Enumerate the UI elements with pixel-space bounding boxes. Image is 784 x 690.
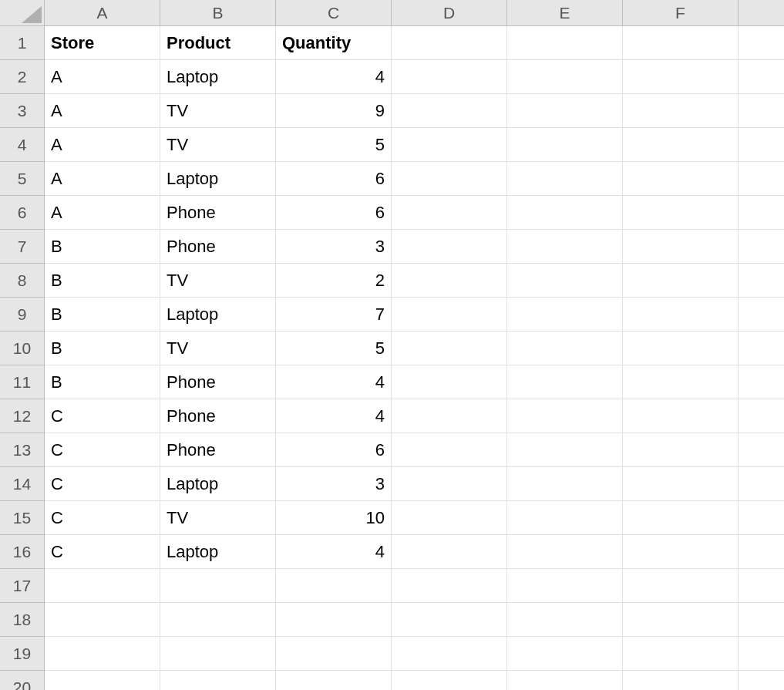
- cell-A8[interactable]: B: [45, 264, 160, 298]
- cell-A5[interactable]: A: [45, 162, 160, 196]
- cell-C16[interactable]: 4: [276, 535, 392, 569]
- cell-D5[interactable]: [392, 162, 507, 196]
- cell-9[interactable]: [739, 298, 784, 332]
- cell-F1[interactable]: [623, 26, 739, 60]
- cell-E20[interactable]: [507, 671, 623, 690]
- cell-E2[interactable]: [507, 60, 623, 94]
- row-header-8[interactable]: 8: [0, 264, 45, 298]
- cell-A4[interactable]: A: [45, 128, 160, 162]
- row-header-15[interactable]: 15: [0, 501, 45, 535]
- cell-D8[interactable]: [392, 264, 507, 298]
- cell-C12[interactable]: 4: [276, 399, 392, 433]
- cell-C13[interactable]: 6: [276, 433, 392, 467]
- row-header-12[interactable]: 12: [0, 399, 45, 433]
- cell-F3[interactable]: [623, 94, 739, 128]
- cell-A13[interactable]: C: [45, 433, 160, 467]
- cell-F13[interactable]: [623, 433, 739, 467]
- row-header-16[interactable]: 16: [0, 535, 45, 569]
- cell-B12[interactable]: Phone: [160, 399, 276, 433]
- cell-D12[interactable]: [392, 399, 507, 433]
- cell-B17[interactable]: [160, 569, 276, 603]
- cell-C7[interactable]: 3: [276, 230, 392, 264]
- cell-A17[interactable]: [45, 569, 160, 603]
- cell-C10[interactable]: 5: [276, 332, 392, 365]
- cell-D1[interactable]: [392, 26, 507, 60]
- row-header-11[interactable]: 11: [0, 365, 45, 399]
- cell-E13[interactable]: [507, 433, 623, 467]
- cell-B16[interactable]: Laptop: [160, 535, 276, 569]
- cell-B19[interactable]: [160, 637, 276, 671]
- cell-D17[interactable]: [392, 569, 507, 603]
- cell-13[interactable]: [739, 433, 784, 467]
- cell-C18[interactable]: [276, 603, 392, 637]
- cell-E10[interactable]: [507, 332, 623, 365]
- cell-8[interactable]: [739, 264, 784, 298]
- cell-B10[interactable]: TV: [160, 332, 276, 365]
- cell-C4[interactable]: 5: [276, 128, 392, 162]
- select-all-corner[interactable]: [0, 0, 45, 26]
- cell-F17[interactable]: [623, 569, 739, 603]
- column-header-A[interactable]: A: [45, 0, 160, 26]
- cell-E18[interactable]: [507, 603, 623, 637]
- cell-E4[interactable]: [507, 128, 623, 162]
- cell-A9[interactable]: B: [45, 298, 160, 332]
- cell-B5[interactable]: Laptop: [160, 162, 276, 196]
- cell-C11[interactable]: 4: [276, 365, 392, 399]
- cell-18[interactable]: [739, 603, 784, 637]
- cell-10[interactable]: [739, 332, 784, 365]
- cell-F6[interactable]: [623, 196, 739, 230]
- cell-17[interactable]: [739, 569, 784, 603]
- cell-D7[interactable]: [392, 230, 507, 264]
- cell-F9[interactable]: [623, 298, 739, 332]
- cell-A20[interactable]: [45, 671, 160, 690]
- cell-E11[interactable]: [507, 365, 623, 399]
- cell-A3[interactable]: A: [45, 94, 160, 128]
- cell-C9[interactable]: 7: [276, 298, 392, 332]
- row-header-18[interactable]: 18: [0, 603, 45, 637]
- cell-B7[interactable]: Phone: [160, 230, 276, 264]
- cell-B11[interactable]: Phone: [160, 365, 276, 399]
- cell-E15[interactable]: [507, 501, 623, 535]
- cell-C1[interactable]: Quantity: [276, 26, 392, 60]
- cell-1[interactable]: [739, 26, 784, 60]
- cell-15[interactable]: [739, 501, 784, 535]
- cell-D20[interactable]: [392, 671, 507, 690]
- cell-D14[interactable]: [392, 467, 507, 501]
- column-header-E[interactable]: E: [507, 0, 623, 26]
- cell-C5[interactable]: 6: [276, 162, 392, 196]
- row-header-14[interactable]: 14: [0, 467, 45, 501]
- cell-E9[interactable]: [507, 298, 623, 332]
- cell-B6[interactable]: Phone: [160, 196, 276, 230]
- cell-B3[interactable]: TV: [160, 94, 276, 128]
- cell-14[interactable]: [739, 467, 784, 501]
- cell-D15[interactable]: [392, 501, 507, 535]
- row-header-20[interactable]: 20: [0, 671, 45, 690]
- cell-A15[interactable]: C: [45, 501, 160, 535]
- row-header-7[interactable]: 7: [0, 230, 45, 264]
- cell-3[interactable]: [739, 94, 784, 128]
- cell-A10[interactable]: B: [45, 332, 160, 365]
- cell-B14[interactable]: Laptop: [160, 467, 276, 501]
- cell-B1[interactable]: Product: [160, 26, 276, 60]
- cell-F15[interactable]: [623, 501, 739, 535]
- cell-A16[interactable]: C: [45, 535, 160, 569]
- cell-A6[interactable]: A: [45, 196, 160, 230]
- cell-E5[interactable]: [507, 162, 623, 196]
- cell-A1[interactable]: Store: [45, 26, 160, 60]
- cell-B9[interactable]: Laptop: [160, 298, 276, 332]
- cell-A14[interactable]: C: [45, 467, 160, 501]
- column-header-D[interactable]: D: [392, 0, 507, 26]
- cell-B13[interactable]: Phone: [160, 433, 276, 467]
- cell-F10[interactable]: [623, 332, 739, 365]
- row-header-4[interactable]: 4: [0, 128, 45, 162]
- cell-B20[interactable]: [160, 671, 276, 690]
- cell-F16[interactable]: [623, 535, 739, 569]
- column-header-F[interactable]: F: [623, 0, 739, 26]
- cell-A19[interactable]: [45, 637, 160, 671]
- row-header-17[interactable]: 17: [0, 569, 45, 603]
- cell-C19[interactable]: [276, 637, 392, 671]
- cell-D9[interactable]: [392, 298, 507, 332]
- cell-F11[interactable]: [623, 365, 739, 399]
- row-header-6[interactable]: 6: [0, 196, 45, 230]
- row-header-9[interactable]: 9: [0, 298, 45, 332]
